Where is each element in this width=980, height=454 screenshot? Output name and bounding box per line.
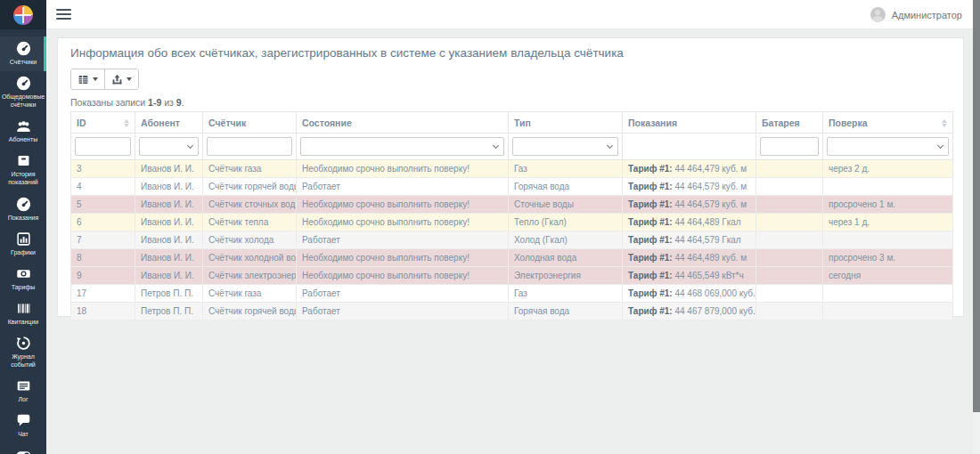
caret-down-icon	[93, 77, 98, 81]
sidebar-item-grafiki[interactable]: Графики	[0, 227, 46, 262]
sidebar-item-kvitantsii[interactable]: Квитанции	[0, 296, 46, 331]
cell-meter: Счётчик тепла	[203, 214, 297, 231]
column-header-state: Состояние	[297, 112, 509, 134]
table-body: 3Иванов И. И.Счётчик газаНеобходимо сроч…	[71, 160, 953, 320]
table-row[interactable]: 8Иванов И. И.Счётчик холодной водыНеобхо…	[71, 249, 953, 267]
table-row[interactable]: 17Петров П. П.Счётчик газаРаботаетГазТар…	[71, 285, 953, 303]
sidebar-item-log[interactable]: Лог	[0, 374, 46, 409]
cell-abonent: Иванов И. И.	[135, 214, 203, 231]
column-header-abonent: Абонент	[135, 112, 203, 134]
cell-abonent: Иванов И. И.	[135, 160, 203, 178]
chevron-down-icon	[937, 142, 943, 149]
filter-row	[71, 134, 953, 160]
columns-menu-button[interactable]	[71, 69, 104, 89]
app-logo[interactable]	[13, 5, 33, 25]
table-row[interactable]: 9Иванов И. И.Счётчик электроэнергииНеобх…	[71, 267, 953, 285]
cell-meter: Счётчик электроэнергии	[203, 267, 297, 285]
sidebar-item-abonenty[interactable]: Абоненты	[0, 114, 46, 149]
cell-abonent: Иванов И. И.	[135, 231, 203, 249]
user-menu[interactable]: Администратор	[870, 0, 962, 29]
table-row[interactable]: 4Иванов И. И.Счётчик горячей водыРаботае…	[71, 178, 953, 196]
cell-state: Необходимо срочно выполнить поверку!	[297, 267, 509, 285]
cell-type: Сточные воды	[509, 196, 623, 214]
sidebar-item-label: Квитанции	[8, 318, 38, 326]
scrollbar-track[interactable]	[973, 0, 980, 454]
cell-state: Необходимо срочно выполнить поверку!	[297, 214, 509, 231]
table-row[interactable]: 3Иванов И. И.Счётчик газаНеобходимо сроч…	[71, 160, 953, 178]
tariff-label: Тариф #1:	[628, 306, 673, 316]
tariff-label: Тариф #1:	[628, 164, 673, 174]
header-row: IDАбонентСчётчикСостояниеТипПоказанияБат…	[71, 112, 953, 134]
sidebar-item-label: Журнал событий	[1, 353, 45, 369]
cell-id: 6	[71, 214, 135, 231]
sort-icon	[124, 119, 129, 128]
scrollbar-thumb[interactable]	[973, 0, 980, 412]
cell-readings: Тариф #1: 44 468 069,000 куб. м	[623, 285, 756, 303]
cell-battery	[756, 178, 823, 196]
table-row[interactable]: 6Иванов И. И.Счётчик теплаНеобходимо сро…	[71, 214, 953, 231]
cell-readings: Тариф #1: 44 464,579 куб. м	[623, 178, 756, 196]
sidebar-item-label: Тарифы	[12, 283, 35, 291]
cell-meter: Счётчик холодной воды	[203, 249, 297, 267]
summary-range: 1-9	[148, 97, 161, 108]
summary-prefix: Показаны записи	[70, 97, 148, 108]
topbar: Администратор	[46, 0, 973, 29]
filter-check-select[interactable]	[827, 137, 949, 156]
cell-readings: Тариф #1: 44 467 879,000 куб. м	[623, 303, 756, 320]
sidebar-item-schetchiki[interactable]: Счётчики	[0, 36, 46, 71]
cell-readings: Тариф #1: 44 464,479 куб. м	[623, 160, 756, 178]
filter-abonent-select[interactable]	[139, 137, 199, 156]
tariff-label: Тариф #1:	[628, 271, 673, 280]
cell-check: сегодня	[823, 267, 953, 285]
filter-type-select[interactable]	[512, 137, 618, 156]
cell-type: Газ	[509, 285, 623, 303]
filter-state-select[interactable]	[300, 137, 504, 156]
sidebar-item-label: Абоненты	[9, 135, 37, 143]
cell-readings: Тариф #1: 44 464,579 куб. м	[623, 196, 756, 214]
sidebar-item-tarify[interactable]: Тарифы	[0, 262, 46, 296]
caret-down-icon	[127, 77, 132, 81]
archive-icon	[16, 153, 31, 168]
column-header-type: Тип	[509, 112, 623, 134]
sidebar-nav: СчётчикиОбщедомовые счётчикиАбонентыИсто…	[0, 36, 46, 454]
table-row[interactable]: 5Иванов И. И.Счётчик сточных водНеобходи…	[71, 196, 953, 214]
sidebar-item-zhurnal[interactable]: Журнал событий	[0, 331, 46, 374]
money-icon	[16, 266, 31, 281]
cell-abonent: Петров П. П.	[135, 303, 203, 320]
sidebar-item-label: Чат	[18, 430, 29, 438]
table-row[interactable]: 7Иванов И. И.Счётчик холодаРаботаетХолод…	[71, 231, 953, 249]
cell-id: 5	[71, 196, 135, 214]
sidebar-item-istoriya[interactable]: История показаний	[0, 149, 46, 191]
cell-abonent: Иванов И. И.	[135, 267, 203, 285]
cell-state: Работает	[297, 178, 509, 196]
sidebar-item-obshchedomovye[interactable]: Общедомовые счётчики	[0, 71, 46, 114]
cell-check: просрочено 1 м.	[823, 196, 953, 214]
tariff-label: Тариф #1:	[628, 217, 673, 227]
cell-check	[823, 178, 953, 196]
toggle-icon	[16, 448, 31, 454]
table-row[interactable]: 18Петров П. П.Счётчик горячей водыРабота…	[71, 303, 953, 320]
menu-toggle-button[interactable]	[56, 9, 71, 20]
column-header-id[interactable]: ID	[71, 112, 135, 134]
sidebar-item-rele[interactable]: Реле	[0, 443, 46, 454]
filter-battery-input[interactable]	[760, 137, 819, 156]
cell-battery	[756, 214, 823, 231]
chat-icon	[16, 413, 31, 428]
meters-panel: Информация обо всех счётчиках, зарегистр…	[57, 37, 964, 317]
cell-readings: Тариф #1: 44 464,579 Гкал	[623, 231, 756, 249]
sidebar-item-chat[interactable]: Чат	[0, 409, 46, 443]
export-menu-button[interactable]	[104, 69, 138, 89]
cell-battery	[756, 285, 823, 303]
tariff-label: Тариф #1:	[628, 253, 673, 263]
cell-battery	[756, 231, 823, 249]
column-header-check[interactable]: Поверка	[823, 112, 953, 134]
cell-id: 7	[71, 231, 135, 249]
summary-line: Показаны записи 1-9 из 9.	[70, 97, 951, 108]
tariff-label: Тариф #1:	[628, 182, 673, 191]
sidebar-item-label: Показания	[8, 214, 39, 222]
sidebar-item-pokazaniya[interactable]: Показания	[0, 192, 46, 227]
cell-state: Необходимо срочно выполнить поверку!	[297, 160, 509, 178]
filter-meter-input[interactable]	[207, 137, 292, 156]
summary-infix: из	[161, 97, 176, 108]
filter-id-input[interactable]	[75, 137, 131, 156]
